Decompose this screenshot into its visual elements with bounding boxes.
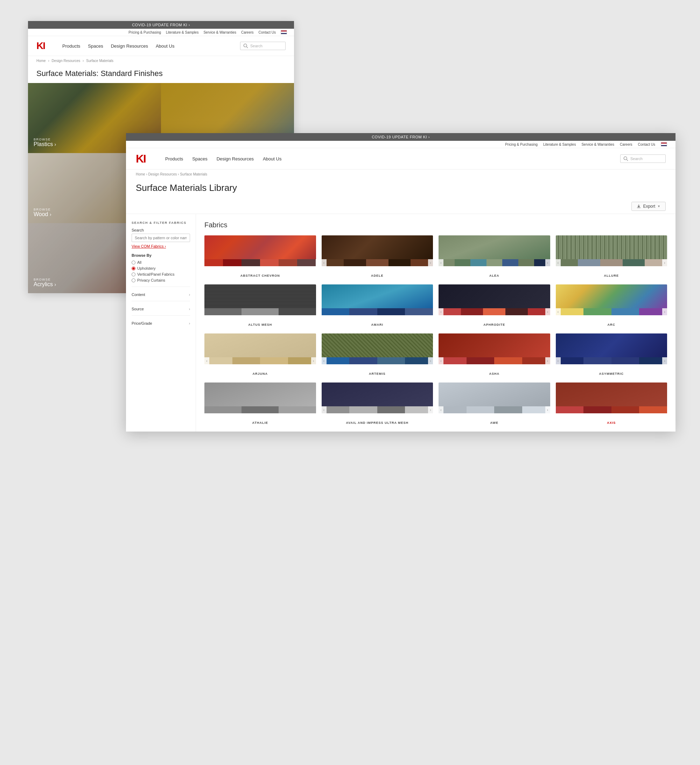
util-link-careers-front[interactable]: Careers (620, 143, 633, 146)
search-box-front[interactable]: Search (620, 154, 666, 163)
carousel-right-arc[interactable]: › (662, 308, 667, 315)
fabric-card-aphrodite[interactable]: ‹ › APHRODITE (439, 285, 550, 326)
ki-logo-back[interactable]: KI (36, 41, 45, 51)
view-com-link[interactable]: View COM Fabrics › (132, 244, 190, 248)
carousel-right-arjuna[interactable]: › (311, 357, 316, 364)
carousel-right-asha[interactable]: › (545, 357, 550, 364)
fabric-card-adele[interactable]: ‹ › ADELE (322, 235, 433, 277)
fabric-swatch-axis (556, 382, 667, 417)
fabric-card-awe[interactable]: ‹ › AWE (439, 382, 550, 425)
util-link-pricing-front[interactable]: Pricing & Purchasing (505, 143, 538, 146)
fabric-card-athalie[interactable]: ATHALIE (204, 382, 316, 425)
browse-arrow-wood: › (50, 212, 52, 217)
carousel-left-arc[interactable]: ‹ (556, 308, 561, 315)
carousel-left-arjuna[interactable]: ‹ (204, 357, 209, 364)
nav-design-resources-back[interactable]: Design Resources (111, 43, 148, 49)
carousel-left-asha[interactable]: ‹ (439, 357, 443, 364)
nav-products-back[interactable]: Products (62, 43, 80, 49)
radio-privacy-curtains[interactable]: Privacy Curtains (132, 278, 190, 282)
search-box-back[interactable]: Search (240, 42, 286, 50)
radio-all[interactable]: All (132, 260, 190, 264)
fabric-card-altus-mesh[interactable]: ALTUS MESH (204, 285, 316, 326)
breadcrumb-home-front[interactable]: Home (136, 172, 145, 176)
breadcrumb-design-front[interactable]: Design Resources (148, 172, 177, 176)
front-page-title: Surface Materials Library (126, 179, 675, 199)
covid-banner-front[interactable]: COVID-19 UPDATE FROM KI › (126, 133, 675, 141)
util-link-service-front[interactable]: Service & Warranties (581, 143, 614, 146)
fabric-card-asha[interactable]: ‹ › ASHA (439, 334, 550, 376)
fabric-main-img-allure (556, 235, 667, 259)
fabric-swatch-aphrodite: ‹ › (439, 285, 550, 320)
filter-price-header[interactable]: Price/Grade › (132, 319, 190, 327)
color-dot (297, 259, 316, 266)
nav-design-resources-front[interactable]: Design Resources (217, 156, 254, 162)
carousel-left-allure[interactable]: ‹ (556, 259, 561, 266)
fabric-card-axis[interactable]: AXIS (556, 382, 667, 425)
radio-vertical-input[interactable] (132, 272, 135, 276)
export-label: Export (643, 204, 655, 209)
products-section-title: Fabrics (204, 221, 667, 229)
carousel-right-avail[interactable]: › (428, 406, 433, 413)
fabric-strip-amari (322, 308, 433, 315)
browse-name-text-plastics: Plastics (34, 141, 53, 147)
carousel-right-aphrodite[interactable]: › (545, 308, 550, 315)
carousel-right-awe[interactable]: › (545, 406, 550, 413)
sidebar-search-input[interactable] (132, 234, 190, 242)
fabric-main-img-altus-mesh (204, 285, 316, 308)
carousel-left-adele[interactable]: ‹ (322, 259, 326, 266)
nav-products-front[interactable]: Products (165, 156, 183, 162)
radio-all-input[interactable] (132, 261, 135, 264)
util-link-contact-front[interactable]: Contact Us (638, 143, 655, 146)
radio-upholstery-input[interactable] (132, 266, 135, 271)
fabric-card-arc[interactable]: ‹ › ARC (556, 285, 667, 326)
carousel-right-alea[interactable]: › (545, 259, 550, 266)
fabric-card-abstract-chevron[interactable]: ABSTRACT CHEVRON (204, 235, 316, 277)
util-link-literature-front[interactable]: Literature & Samples (543, 143, 576, 146)
fabric-strip-altus-mesh (204, 308, 316, 315)
export-button[interactable]: Export ▼ (631, 202, 666, 211)
carousel-left-alea[interactable]: ‹ (439, 259, 443, 266)
color-dot (578, 259, 600, 266)
util-link-service-back[interactable]: Service & Warranties (203, 30, 236, 34)
ki-logo-front[interactable]: KI (136, 153, 146, 164)
nav-about-back[interactable]: About Us (156, 43, 174, 49)
fabric-card-allure[interactable]: ‹ › ALLURE (556, 235, 667, 277)
fabric-card-artemis[interactable]: ‹ › ARTEMIS (322, 334, 433, 376)
breadcrumb-home-back[interactable]: Home (36, 59, 46, 63)
breadcrumb-design-back[interactable]: Design Resources (52, 59, 80, 63)
carousel-left-artemis[interactable]: ‹ (322, 357, 326, 364)
filter-price-label: Price/Grade (132, 321, 152, 326)
radio-vertical-panel[interactable]: Vertical/Panel Fabrics (132, 272, 190, 276)
filter-content-header[interactable]: Content › (132, 290, 190, 299)
util-link-contact-back[interactable]: Contact Us (259, 30, 276, 34)
carousel-left-aphrodite[interactable]: ‹ (439, 308, 443, 315)
carousel-right-adele[interactable]: › (428, 259, 433, 266)
front-window: COVID-19 UPDATE FROM KI › Pricing & Purc… (126, 133, 675, 431)
fabric-card-avail-impress[interactable]: ‹ › AVAIL AND IMPRESS ULTRA MESH (322, 382, 433, 425)
fabric-card-asymmetric[interactable]: ‹ › ASYMMETRIC (556, 334, 667, 376)
carousel-right-asymmetric[interactable]: › (662, 357, 667, 364)
covid-banner-back[interactable]: COVID-19 UPDATE FROM KI › (28, 21, 294, 29)
util-link-literature-back[interactable]: Literature & Samples (166, 30, 198, 34)
fabric-card-arjuna[interactable]: ‹ › ARJUNA (204, 334, 316, 376)
fabric-strip-alea: ‹ › (439, 259, 550, 266)
nav-links-back: Products Spaces Design Resources About U… (62, 43, 229, 49)
carousel-left-avail[interactable]: ‹ (322, 406, 326, 413)
nav-about-front[interactable]: About Us (263, 156, 281, 162)
nav-spaces-front[interactable]: Spaces (192, 156, 207, 162)
radio-curtains-input[interactable] (132, 279, 135, 282)
nav-spaces-back[interactable]: Spaces (88, 43, 103, 49)
carousel-left-awe[interactable]: ‹ (439, 406, 443, 413)
filter-source-header[interactable]: Source › (132, 305, 190, 313)
util-link-pricing-back[interactable]: Pricing & Purchasing (129, 30, 161, 34)
carousel-right-artemis[interactable]: › (428, 357, 433, 364)
radio-upholstery[interactable]: Upholstery (132, 266, 190, 271)
color-dot (377, 308, 405, 315)
carousel-right-allure[interactable]: › (662, 259, 667, 266)
color-dot (377, 357, 405, 364)
util-link-careers-back[interactable]: Careers (241, 30, 254, 34)
carousel-left-asymmetric[interactable]: ‹ (556, 357, 561, 364)
fabric-card-amari[interactable]: AMARI (322, 285, 433, 326)
fabric-card-alea[interactable]: ‹ › ALEA (439, 235, 550, 277)
fabric-strip-arc: ‹ › (556, 308, 667, 315)
